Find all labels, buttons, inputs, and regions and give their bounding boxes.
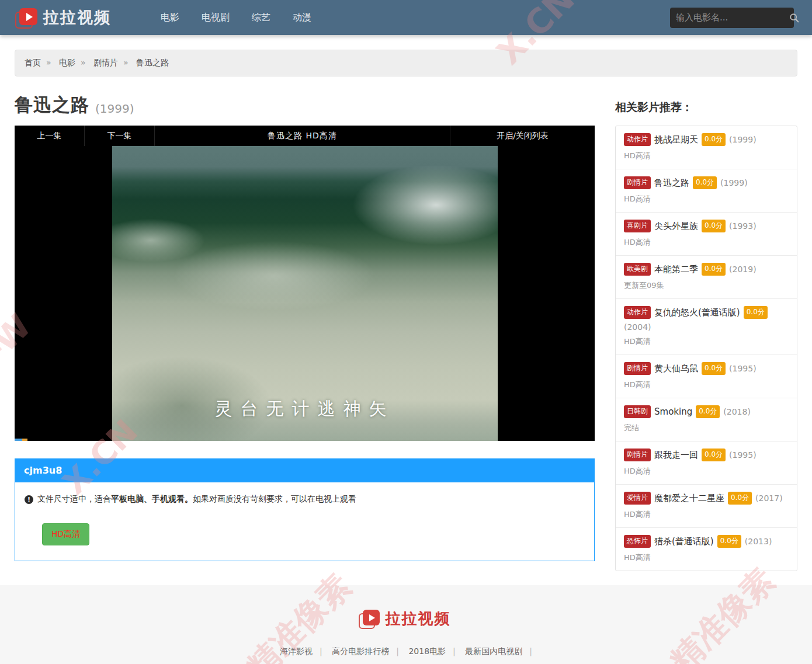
related-movie-title[interactable]: 魔都爱之十二星座	[654, 493, 724, 504]
breadcrumb-link[interactable]: 首页	[25, 58, 41, 67]
related-movie-item[interactable]: 恐怖片 猎杀(普通话版) 0.0分 (2013) HD高清	[616, 528, 797, 571]
breadcrumb-link[interactable]: 鲁迅之路	[136, 58, 169, 67]
category-badge: 喜剧片	[624, 220, 651, 232]
seek-progress-blue[interactable]	[15, 439, 22, 441]
related-movie-item[interactable]: 日韩剧 Smoking 0.0分 (2018) 完结	[616, 398, 797, 441]
related-movie-remark: HD高清	[624, 466, 789, 477]
search-icon[interactable]	[789, 13, 799, 23]
play-logo-icon	[18, 8, 38, 27]
related-movies-panel: 动作片 挑战星期天 0.0分 (1999) HD高清 剧情片 鲁迅之路 0.0分…	[615, 126, 797, 571]
breadcrumb-link[interactable]: 电影	[59, 58, 75, 67]
source-panel-body: ! 文件尺寸适中，适合平板电脑、手机观看。如果对画质没有苛刻要求，可以在电视上观…	[15, 482, 595, 561]
related-movie-year: (1999)	[729, 135, 757, 144]
footer-link[interactable]: 最新国内电视剧	[465, 646, 522, 656]
nav-item[interactable]: 综艺	[243, 7, 279, 29]
related-movie-year: (2013)	[745, 537, 772, 546]
related-movie-title[interactable]: 本能第二季	[654, 264, 698, 275]
related-movie-item[interactable]: 剧情片 黄大仙乌鼠 0.0分 (1995) HD高清	[616, 355, 797, 398]
related-movie-remark: HD高清	[624, 194, 789, 204]
related-movie-title[interactable]: 复仇的怒火(普通话版)	[654, 307, 740, 318]
footer-link[interactable]: 2018电影	[408, 646, 446, 656]
breadcrumb-item: 电影»	[59, 58, 91, 67]
related-movie-title[interactable]: 跟我走一回	[654, 450, 698, 461]
related-movie-title[interactable]: 黄大仙乌鼠	[654, 363, 698, 374]
search-input[interactable]	[676, 12, 789, 23]
source-tab[interactable]: cjm3u8	[15, 458, 595, 482]
footer-brand[interactable]: 拉拉视频	[0, 609, 812, 629]
related-movie-year: (2017)	[755, 493, 783, 503]
related-movie-item[interactable]: 喜剧片 尖头外星族 0.0分 (1993) HD高清	[616, 213, 797, 256]
info-circle-icon: !	[25, 495, 33, 504]
category-badge: 剧情片	[624, 362, 651, 375]
nav-item[interactable]: 动漫	[284, 7, 320, 29]
footer-play-logo-icon	[362, 610, 380, 628]
related-movie-remark: HD高清	[624, 509, 789, 520]
prev-episode-button[interactable]: 上一集	[15, 126, 85, 146]
top-navbar: 拉拉视频 电影 电视剧 综艺 动漫	[0, 0, 812, 35]
toggle-playlist-button[interactable]: 开启/关闭列表	[450, 126, 595, 146]
related-movie-item[interactable]: 欧美剧 本能第二季 0.0分 (2019) 更新至09集	[616, 256, 797, 299]
seek-progress-orange[interactable]	[22, 439, 27, 441]
related-movie-item[interactable]: 动作片 复仇的怒火(普通话版) 0.0分 (2004) HD高清	[616, 299, 797, 355]
category-badge: 欧美剧	[624, 263, 651, 276]
related-heading: 相关影片推荐：	[615, 100, 797, 117]
related-movie-title[interactable]: 挑战星期天	[654, 134, 698, 145]
score-badge: 0.0分	[702, 449, 726, 461]
page-title-year: (1999)	[95, 102, 134, 117]
category-badge: 日韩剧	[624, 405, 651, 418]
footer-link[interactable]: 高分电影排行榜	[332, 646, 389, 656]
related-movie-remark: 完结	[624, 423, 789, 433]
search-box	[670, 8, 794, 28]
episode-hd-button[interactable]: HD高清	[42, 523, 89, 545]
source-panel: cjm3u8 ! 文件尺寸适中，适合平板电脑、手机观看。如果对画质没有苛刻要求，…	[15, 458, 595, 561]
related-movie-title[interactable]: 鲁迅之路	[654, 178, 689, 189]
video-player: 上一集 下一集 鲁迅之路 HD高清 开启/关闭列表 灵台无计逃神矢	[15, 126, 595, 441]
score-badge: 0.0分	[702, 263, 726, 276]
related-movie-item[interactable]: 剧情片 跟我走一回 0.0分 (1995) HD高清	[616, 441, 797, 485]
footer-link[interactable]: 海洋影视	[280, 646, 313, 656]
breadcrumb-item: 鲁迅之路»	[136, 58, 169, 67]
notice-text: 文件尺寸适中，适合平板电脑、手机观看。如果对画质没有苛刻要求，可以在电视上观看	[37, 494, 356, 505]
category-badge: 剧情片	[624, 176, 651, 189]
related-movie-item[interactable]: 爱情片 魔都爱之十二星座 0.0分 (2017) HD高清	[616, 485, 797, 528]
now-playing-title: 鲁迅之路 HD高清	[155, 126, 450, 146]
nav-item[interactable]: 电影	[152, 7, 188, 29]
category-badge: 动作片	[624, 306, 651, 319]
footer-links: 海洋影视| 高分电影排行榜| 2018电影| 最新国内电视剧|	[0, 646, 812, 657]
footer-link-separator: |	[453, 646, 456, 656]
score-badge: 0.0分	[717, 535, 741, 548]
breadcrumb-item: 首页»	[25, 58, 57, 67]
related-movie-year: (1995)	[729, 364, 757, 373]
related-movie-title[interactable]: 尖头外星族	[654, 221, 698, 232]
brand-logo[interactable]: 拉拉视频	[18, 7, 111, 28]
related-movie-year: (1995)	[729, 450, 757, 460]
related-movie-year: (1999)	[720, 178, 748, 187]
main-nav: 电影 电视剧 综艺 动漫	[152, 7, 320, 29]
score-badge: 0.0分	[728, 492, 752, 505]
breadcrumb-separator: »	[123, 58, 129, 67]
nav-item[interactable]: 电视剧	[193, 7, 238, 29]
category-badge: 剧情片	[624, 449, 651, 461]
related-movie-item[interactable]: 动作片 挑战星期天 0.0分 (1999) HD高清	[616, 126, 797, 169]
category-badge: 恐怖片	[624, 535, 651, 548]
next-episode-button[interactable]: 下一集	[85, 126, 155, 146]
footer: 拉拉视频 海洋影视| 高分电影排行榜| 2018电影| 最新国内电视剧| Cop…	[0, 585, 812, 664]
related-movie-remark: HD高清	[624, 380, 789, 390]
related-movie-year: (2019)	[729, 265, 757, 274]
player-toolbar: 上一集 下一集 鲁迅之路 HD高清 开启/关闭列表	[15, 126, 595, 146]
footer-link-wrap: 高分电影排行榜|	[328, 646, 402, 656]
footer-link-wrap: 海洋影视|	[276, 646, 326, 656]
related-movie-item[interactable]: 剧情片 鲁迅之路 0.0分 (1999) HD高清	[616, 169, 797, 213]
related-movie-title[interactable]: Smoking	[654, 406, 692, 417]
related-movie-remark: 更新至09集	[624, 280, 789, 291]
score-badge: 0.0分	[702, 220, 726, 232]
breadcrumb-item: 剧情片»	[93, 58, 134, 67]
video-stage[interactable]: 灵台无计逃神矢	[15, 146, 595, 441]
breadcrumb: 首页» 电影» 剧情片» 鲁迅之路»	[15, 50, 797, 77]
breadcrumb-link[interactable]: 剧情片	[93, 58, 118, 67]
related-movie-remark: HD高清	[624, 151, 789, 161]
footer-brand-name: 拉拉视频	[386, 609, 451, 629]
quality-notice: ! 文件尺寸适中，适合平板电脑、手机观看。如果对画质没有苛刻要求，可以在电视上观…	[25, 494, 585, 505]
related-movie-title[interactable]: 猎杀(普通话版)	[654, 536, 714, 547]
score-badge: 0.0分	[702, 362, 726, 375]
